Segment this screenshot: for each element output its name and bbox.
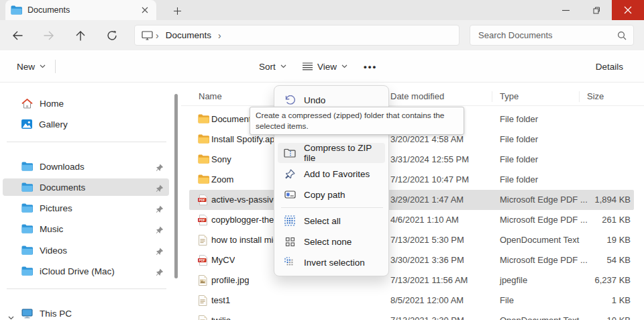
new-tab-button[interactable] <box>169 3 185 19</box>
sidebar-item-documents[interactable]: Documents <box>3 178 169 196</box>
file-row[interactable]: how to install mid 7/13/2021 5:30 PM Ope… <box>189 230 634 250</box>
select-none-icon <box>284 237 296 247</box>
restore-button[interactable] <box>581 0 612 20</box>
menu-item-select-all[interactable]: Select all <box>278 211 385 231</box>
menu-item-add-to-favorites[interactable]: Add to Favorites <box>278 164 385 184</box>
file-row-selected[interactable]: PDF active-vs-passive- 3/29/2021 1:47 AM… <box>189 190 634 210</box>
svg-text:PDF: PDF <box>199 219 205 222</box>
file-row[interactable]: profile.jpg 7/13/2021 11:56 AM jpegfile … <box>189 270 634 290</box>
plus-icon <box>174 7 181 15</box>
search-input[interactable] <box>477 30 617 41</box>
sort-button[interactable]: Sort <box>254 57 292 76</box>
monitor-icon <box>142 31 153 40</box>
column-divider[interactable] <box>579 91 580 102</box>
folder-icon <box>198 114 209 123</box>
breadcrumb-documents[interactable]: Documents <box>166 30 211 40</box>
sidebar-item-icloud-drive[interactable]: iCloud Drive (Mac) <box>3 262 169 280</box>
column-divider[interactable] <box>492 91 492 102</box>
file-row[interactable]: test1 8/5/2021 12:00 AM File 1 KB <box>189 290 634 311</box>
chevron-down-icon <box>280 64 286 68</box>
home-icon <box>21 99 33 109</box>
back-button[interactable] <box>7 25 28 46</box>
sidebar-item-pictures[interactable]: Pictures <box>3 199 169 217</box>
file-row[interactable]: PDF MyCV 3/30/2021 3:36 PM Microsoft Edg… <box>189 250 634 270</box>
new-button[interactable]: New <box>11 57 51 76</box>
explorer-tab[interactable]: Documents <box>5 0 156 20</box>
folder-icon <box>21 182 33 192</box>
pdf-icon: PDF <box>198 195 208 205</box>
pin-icon <box>156 162 164 174</box>
sidebar-item-gallery[interactable]: Gallery <box>3 115 169 133</box>
chevron-down-icon <box>40 64 46 68</box>
menu-item-compress-to-zip[interactable]: Compress to ZIP file <box>278 143 385 163</box>
sidebar-item-home[interactable]: Home <box>3 95 169 112</box>
details-pane-button[interactable]: Details <box>590 57 629 76</box>
file-explorer-window: Documents <box>0 0 644 320</box>
menu-item-select-none[interactable]: Select none <box>278 231 385 252</box>
sidebar-item-downloads[interactable]: Downloads <box>3 158 169 175</box>
document-icon <box>198 235 207 246</box>
copy-path-icon <box>284 190 296 199</box>
up-button[interactable] <box>70 25 91 46</box>
tab-close-button[interactable] <box>139 4 151 16</box>
minimize-icon <box>562 7 570 14</box>
file-row[interactable]: Sony 3/31/2024 12:55 PM File folder <box>189 150 634 170</box>
folder-icon <box>198 134 209 144</box>
toolbar-divider <box>55 60 56 73</box>
titlebar: Documents <box>0 0 644 20</box>
svg-text:PDF: PDF <box>199 259 205 262</box>
details-label: Details <box>596 62 623 72</box>
sidebar-separator <box>7 142 166 142</box>
pin-icon <box>156 267 164 279</box>
document-icon <box>198 295 207 306</box>
menu-item-copy-path[interactable]: Copy path <box>278 184 385 205</box>
see-more-button[interactable]: ••• <box>358 57 382 76</box>
gallery-icon <box>21 119 32 129</box>
view-button[interactable]: View <box>297 57 353 76</box>
up-arrow-icon <box>76 30 85 41</box>
column-header-date-modified[interactable]: Date modified <box>390 91 444 101</box>
menu-item-label: Compress to ZIP file <box>304 143 385 163</box>
folder-icon <box>21 266 33 276</box>
file-row-clipped[interactable]: twilio 7/13/2021 3:30 PM OpenDocument Te… <box>189 311 634 320</box>
close-button[interactable] <box>612 0 644 20</box>
command-toolbar: New Sort View ••• Details <box>0 50 644 83</box>
tooltip: Create a compressed (zipped) folder that… <box>250 107 464 135</box>
minimize-button[interactable] <box>550 0 581 20</box>
menu-item-label: Undo <box>304 95 325 105</box>
column-headers: Name Date modified Type Size <box>181 88 644 106</box>
sidebar-item-videos[interactable]: Videos <box>3 242 169 259</box>
forward-button[interactable] <box>39 25 59 46</box>
column-header-size[interactable]: Size <box>587 91 604 101</box>
tab-title: Documents <box>28 5 139 15</box>
sidebar-item-this-pc[interactable]: This PC <box>3 305 169 320</box>
address-bar[interactable]: › Documents › <box>134 25 460 46</box>
folder-icon <box>198 174 209 184</box>
menu-item-label: Add to Favorites <box>304 169 370 179</box>
folder-icon <box>11 5 22 15</box>
menu-item-invert-selection[interactable]: Invert selection <box>278 252 385 272</box>
tooltip-text: Create a compressed (zipped) folder that… <box>256 111 444 131</box>
search-box[interactable] <box>470 25 634 46</box>
pin-icon <box>156 225 164 237</box>
menu-item-label: Select all <box>304 216 341 226</box>
folder-icon <box>198 154 209 164</box>
menu-item-label: Copy path <box>304 190 345 200</box>
file-row[interactable]: Zoom 7/12/2021 10:47 PM File folder <box>189 170 634 190</box>
folder-icon <box>21 203 33 213</box>
sort-button-label: Sort <box>259 62 276 72</box>
column-header-type[interactable]: Type <box>500 91 519 101</box>
close-icon <box>624 6 632 14</box>
monitor-icon <box>21 309 33 319</box>
column-header-name[interactable]: Name <box>199 91 222 101</box>
refresh-button[interactable] <box>102 25 122 46</box>
folder-icon <box>21 162 33 171</box>
chevron-down-icon[interactable] <box>8 311 14 320</box>
file-row[interactable]: PDF copyblogger-the- 4/6/2021 1:10 AM Mi… <box>189 210 634 230</box>
zip-folder-icon <box>284 148 296 158</box>
sidebar-item-music[interactable]: Music <box>3 220 169 237</box>
invert-selection-icon <box>284 257 296 268</box>
sidebar-scrollbar[interactable] <box>174 94 178 278</box>
sidebar: Home Gallery Downloads <box>0 83 172 320</box>
pdf-icon: PDF <box>198 215 208 225</box>
